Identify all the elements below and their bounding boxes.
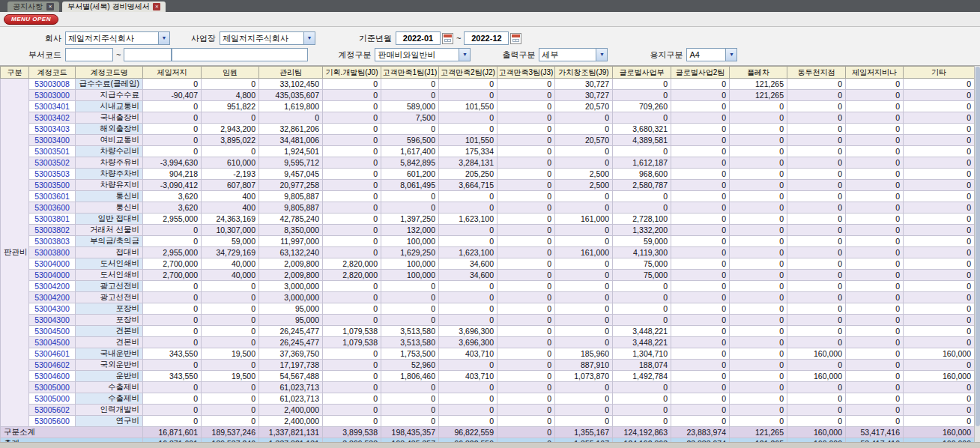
site-select[interactable]: 제일저지주식회사 ▼ — [220, 31, 315, 45]
account-code-cell[interactable]: 53005600 — [29, 416, 76, 427]
amount-cell: 0 — [143, 393, 202, 405]
amount-cell: 0 — [439, 416, 497, 427]
chevron-down-icon[interactable]: ▼ — [725, 49, 736, 61]
account-code-cell[interactable]: 53004300 — [29, 315, 76, 326]
amount-cell: 0 — [671, 157, 730, 169]
account-code-cell[interactable]: 53004000 — [29, 270, 76, 281]
chevron-down-icon[interactable]: ▼ — [596, 49, 607, 61]
account-code-cell[interactable]: 53005000 — [29, 393, 76, 405]
amount-cell: 0 — [497, 90, 555, 101]
account-name-cell: 광고선전비 — [76, 292, 143, 303]
amount-cell: 3,899,538 — [323, 427, 381, 438]
account-code-cell[interactable]: 53004500 — [29, 326, 76, 337]
account-code-cell[interactable]: 53003501 — [29, 146, 76, 157]
amount-cell: 75,000 — [613, 270, 671, 281]
close-icon[interactable]: × — [153, 3, 160, 10]
account-code-cell[interactable]: 53003600 — [29, 202, 76, 214]
chevron-down-icon[interactable]: ▼ — [158, 32, 169, 44]
amount-cell: 2,700,000 — [143, 258, 202, 270]
account-name-cell: 국내운반비 — [76, 348, 143, 360]
output-type-select[interactable]: 세부 ▼ — [539, 48, 608, 61]
period-to-input[interactable] — [464, 31, 509, 45]
account-name-cell: 수출제비 — [76, 393, 143, 405]
paper-type-select[interactable]: A4 ▼ — [686, 48, 737, 61]
amount-cell: 75,000 — [613, 258, 671, 270]
account-name-cell: 도서인쇄비 — [76, 258, 143, 270]
dept-code-from-input[interactable] — [65, 48, 113, 61]
table-row: 53004300포장비0095,00000000000000 — [1, 315, 975, 326]
account-code-cell[interactable]: 53004200 — [29, 292, 76, 303]
amount-cell: 0 — [846, 393, 904, 405]
amount-cell: 160,000 — [904, 371, 975, 382]
account-name-cell: 급수수료(클레임) — [76, 79, 143, 90]
account-code-cell[interactable]: 53004600 — [29, 371, 76, 382]
account-code-cell[interactable]: 53003000 — [29, 90, 76, 101]
amount-cell: 0 — [202, 416, 259, 427]
account-code-cell[interactable]: 53003800 — [29, 247, 76, 258]
amount-cell: 1,617,400 — [381, 146, 439, 157]
amount-cell: 8,061,495 — [381, 180, 439, 191]
amount-cell: 9,595,712 — [259, 157, 323, 169]
amount-cell: 0 — [787, 270, 846, 281]
company-select[interactable]: 제일저지주식회사 ▼ — [65, 31, 170, 45]
account-code-cell[interactable]: 53003803 — [29, 236, 76, 247]
account-code-cell[interactable]: 53004200 — [29, 281, 76, 292]
account-code-cell[interactable]: 53004000 — [29, 258, 76, 270]
amount-cell: 0 — [730, 360, 787, 371]
amount-cell: 0 — [730, 157, 787, 169]
amount-cell: 100,000 — [381, 236, 439, 247]
dept-code-to-input[interactable] — [124, 48, 172, 61]
tab-expense-report[interactable]: 부서별(세목) 경비명세서 × — [62, 1, 166, 12]
close-icon[interactable]: × — [46, 3, 54, 10]
account-code-cell[interactable]: 53003401 — [29, 101, 76, 112]
amount-cell: 0 — [439, 393, 497, 405]
account-code-cell[interactable]: 53003400 — [29, 135, 76, 146]
amount-cell: 0 — [671, 180, 730, 191]
account-code-cell[interactable]: 53005602 — [29, 405, 76, 416]
dept-name-input[interactable] — [172, 48, 308, 61]
chevron-down-icon[interactable]: ▼ — [459, 49, 470, 61]
account-code-cell[interactable]: 53003802 — [29, 225, 76, 236]
amount-cell: 0 — [143, 225, 202, 236]
account-code-cell[interactable]: 53004601 — [29, 348, 76, 360]
account-code-cell[interactable]: 53003502 — [29, 157, 76, 169]
calendar-icon[interactable] — [442, 33, 453, 44]
amount-cell: 0 — [613, 393, 671, 405]
menu-open-button[interactable]: MENU OPEN — [4, 14, 58, 25]
amount-cell: 0 — [381, 124, 439, 135]
account-type-select[interactable]: 판매비와일반비 ▼ — [375, 48, 471, 61]
amount-cell: 0 — [730, 112, 787, 124]
account-code-cell[interactable]: 53003801 — [29, 214, 76, 225]
amount-cell: 61,023,713 — [259, 393, 323, 405]
amount-cell: 59,000 — [613, 236, 671, 247]
account-code-cell[interactable]: 53003008 — [29, 79, 76, 90]
account-code-cell[interactable]: 53003500 — [29, 180, 76, 191]
period-from-input[interactable] — [396, 31, 441, 45]
vertical-scrollbar[interactable] — [974, 66, 980, 442]
amount-cell: 0 — [730, 180, 787, 191]
account-code-cell[interactable]: 53005000 — [29, 382, 76, 393]
scrollbar-thumb[interactable] — [976, 67, 980, 426]
chevron-down-icon[interactable]: ▼ — [303, 32, 315, 44]
amount-cell: 1,079,538 — [323, 337, 381, 348]
amount-cell: 3,448,221 — [613, 326, 671, 337]
account-name-cell: 견본비 — [76, 326, 143, 337]
account-code-cell[interactable]: 53003601 — [29, 191, 76, 202]
tab-notice[interactable]: 공지사항 × — [7, 1, 59, 12]
amount-cell: 0 — [730, 146, 787, 157]
amount-cell: 0 — [787, 101, 846, 112]
amount-cell: 0 — [143, 79, 202, 90]
amount-cell: 0 — [323, 247, 381, 258]
calendar-icon[interactable] — [510, 33, 521, 44]
amount-cell: 0 — [671, 247, 730, 258]
account-code-cell[interactable]: 53004602 — [29, 360, 76, 371]
account-name-cell: 통신비 — [76, 191, 143, 202]
account-code-cell[interactable]: 53004500 — [29, 337, 76, 348]
account-code-cell[interactable]: 53003503 — [29, 169, 76, 180]
account-code-cell[interactable]: 53003403 — [29, 124, 76, 135]
account-code-cell[interactable]: 53003402 — [29, 112, 76, 124]
amount-cell: 34,600 — [439, 270, 497, 281]
account-code-cell[interactable]: 53004300 — [29, 303, 76, 315]
amount-cell: 0 — [323, 146, 381, 157]
amount-cell: 343,550 — [143, 348, 202, 360]
